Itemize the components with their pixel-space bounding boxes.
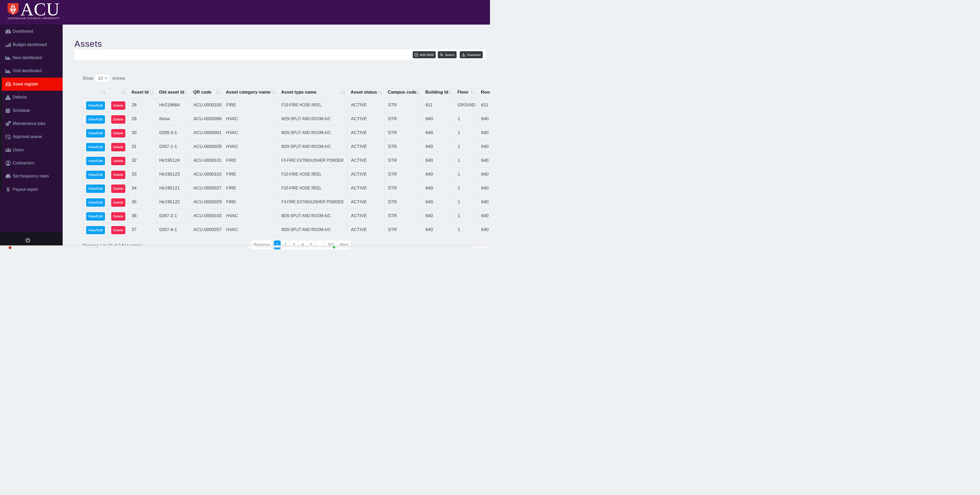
svg-text:$: $	[6, 186, 10, 192]
svg-text:ACU: ACU	[21, 2, 60, 17]
